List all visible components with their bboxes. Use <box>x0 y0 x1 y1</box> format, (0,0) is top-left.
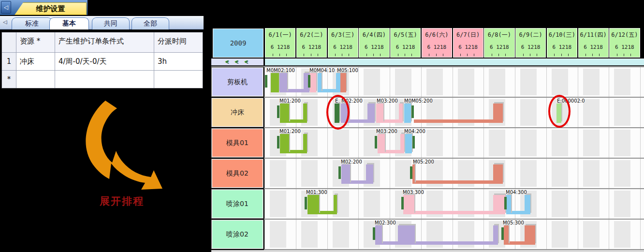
gantt-bar-tick[interactable] <box>265 75 267 88</box>
gantt-bar-salmon[interactable] <box>340 73 346 92</box>
day-header-6/11(四)[interactable]: 6/11(四)6 1218 <box>578 28 609 58</box>
day-header-6/7(日)[interactable]: 6/7(日)6 1218 <box>453 28 483 58</box>
gantt-bar-pink[interactable] <box>376 104 383 123</box>
gantt-bar-blue[interactable] <box>506 195 511 214</box>
resource-cell-喷涂01[interactable]: 喷涂01 <box>211 189 263 219</box>
day-header-6/8(一)[interactable]: 6/8(一)6 1218 <box>484 28 514 58</box>
gantt-bar-connector-blue[interactable] <box>322 89 337 92</box>
gantt-bar-salmon[interactable] <box>493 104 503 123</box>
gantt-bar-tick[interactable] <box>375 136 377 148</box>
gantt-bar-blue[interactable] <box>318 73 322 92</box>
gantt-bar-pink[interactable] <box>403 195 414 214</box>
gantt-bar-purple[interactable] <box>493 225 498 245</box>
gantt-bar-green[interactable] <box>334 195 337 214</box>
gantt-bar-green[interactable] <box>307 195 319 214</box>
tab-scroll-left-icon[interactable]: ◁ <box>3 19 7 25</box>
gantt-bar-pink[interactable] <box>493 195 505 214</box>
gantt-bar-purple[interactable] <box>375 225 382 245</box>
cell-dispatch-new[interactable] <box>154 71 203 88</box>
gantt-bar-blue[interactable] <box>405 134 412 153</box>
gantt-bar-connector-salmon[interactable] <box>509 241 525 245</box>
day-header-6/12(五)[interactable]: 6/12(五)6 1218 <box>609 28 640 58</box>
gantt-bar-connector-pink[interactable] <box>385 150 401 153</box>
gantt-bar-tick[interactable] <box>277 136 279 148</box>
gantt-bar-purple[interactable] <box>366 164 373 184</box>
cell-condition-new[interactable] <box>55 71 154 88</box>
gantt-bar-tick[interactable] <box>338 166 341 179</box>
panel-title-tab[interactable]: 维护设置 <box>15 2 87 15</box>
tab-basic[interactable]: 基本 <box>49 17 89 30</box>
gantt-bar-tick[interactable] <box>305 197 307 209</box>
day-header-6/9(二)[interactable]: 6/9(二)6 1218 <box>515 28 546 58</box>
column-header-dispatch-time[interactable]: 分派时间 <box>154 32 203 53</box>
gantt-bar-connector-purple[interactable] <box>415 241 493 245</box>
gantt-bar-tick[interactable] <box>308 75 310 88</box>
gantt-bar-connector-green[interactable] <box>319 211 334 214</box>
gantt-bar-tick[interactable] <box>504 197 507 209</box>
resource-cell-模具02[interactable]: 模具02 <box>211 159 263 188</box>
gantt-year-header[interactable]: 2009 <box>213 29 263 58</box>
gantt-bar-connector-purple[interactable] <box>350 180 366 184</box>
gantt-bar-connector-purple[interactable] <box>382 241 398 245</box>
gantt-bar-purple[interactable] <box>398 225 415 245</box>
gantt-bar-green[interactable] <box>271 73 279 92</box>
panel-back-button[interactable]: ◁ <box>1 1 11 14</box>
day-header-6/10(三)[interactable]: 6/10(三)6 1218 <box>547 28 577 58</box>
gantt-bar-blue[interactable] <box>404 104 411 123</box>
gantt-bar-blue[interactable] <box>336 73 340 92</box>
gantt-bar-connector-green[interactable] <box>289 150 304 153</box>
cell-resource[interactable]: 冲床 <box>16 53 55 71</box>
gantt-bar-pink[interactable] <box>310 73 316 92</box>
gantt-bar-salmon[interactable] <box>525 225 535 245</box>
day-header-6/4(四)[interactable]: 6/4(四)6 1218 <box>359 28 389 58</box>
gantt-bar-tick[interactable] <box>501 227 504 240</box>
gantt-bar-connector-green[interactable] <box>289 119 304 123</box>
gantt-bar-tick[interactable] <box>401 197 404 209</box>
gantt-bar-purple[interactable] <box>279 73 287 92</box>
gantt-bar-connector-pink[interactable] <box>383 119 399 123</box>
resource-cell-喷涂02[interactable]: 喷涂02 <box>211 220 263 249</box>
gantt-bar-purple[interactable] <box>367 104 375 123</box>
gantt-bar-connector-salmon[interactable] <box>415 180 493 184</box>
tab-standard[interactable]: 标准 <box>12 17 52 30</box>
day-header-6/3(三)[interactable]: 6/3(三)6 1218 <box>328 28 358 58</box>
gantt-bar-connector-blue[interactable] <box>511 211 525 214</box>
cell-resource-new[interactable] <box>16 71 55 88</box>
gantt-bar-salmon[interactable] <box>504 225 509 245</box>
gantt-bar-tick[interactable] <box>411 105 414 118</box>
column-header-condition[interactable]: 产生维护订单条件式 <box>55 32 154 53</box>
row-header-new[interactable]: * <box>2 71 16 88</box>
gantt-bar-salmon[interactable] <box>412 164 415 184</box>
gantt-bar-purple[interactable] <box>341 164 350 184</box>
gantt-bar-tick[interactable] <box>410 166 412 179</box>
resource-cell-冲床[interactable]: 冲床 <box>211 98 263 127</box>
gantt-bar-pink[interactable] <box>400 134 404 153</box>
gantt-bar-pink[interactable] <box>378 134 385 153</box>
column-header-resource[interactable]: 资源 * <box>16 32 55 53</box>
gantt-bar-green[interactable] <box>280 104 289 123</box>
gantt-bar-pink[interactable] <box>399 104 403 123</box>
day-header-6/1(一)[interactable]: 6/1(一)6 1218 <box>265 28 295 58</box>
gantt-bar-blue[interactable] <box>525 195 530 214</box>
gantt-bar-tick[interactable] <box>277 105 279 118</box>
gantt-bar-connector-purple[interactable] <box>349 119 368 123</box>
gantt-bar-tick[interactable] <box>373 227 375 240</box>
resource-cell-模具01[interactable]: 模具01 <box>211 128 263 158</box>
day-header-6/5(五)[interactable]: 6/5(五)6 1218 <box>390 28 421 58</box>
gantt-bar-connector-pink[interactable] <box>414 211 493 214</box>
gantt-bar-tick[interactable] <box>412 136 415 148</box>
tab-all[interactable]: 全部 <box>132 17 169 30</box>
row-header-1[interactable]: 1 <box>2 53 16 71</box>
gantt-bar-connector-purple[interactable] <box>287 89 305 92</box>
gantt-bar-salmon[interactable] <box>493 164 503 184</box>
gantt-bar-connector-salmon[interactable] <box>414 119 493 123</box>
gantt-bar-green[interactable] <box>280 134 289 153</box>
cell-dispatch-time[interactable]: 3h <box>154 53 203 71</box>
day-header-6/2(二)[interactable]: 6/2(二)6 1218 <box>296 28 327 58</box>
cell-condition[interactable]: 4/周-0/天-0/天 <box>55 53 154 71</box>
gantt-bar-green[interactable] <box>303 134 307 153</box>
gantt-bar-green[interactable] <box>303 104 307 123</box>
day-header-6/6(六)[interactable]: 6/6(六)6 1218 <box>422 28 452 58</box>
gantt-scroll-buttons[interactable]: < < < <box>211 59 263 65</box>
resource-cell-剪板机[interactable]: 剪板机 <box>211 67 263 97</box>
